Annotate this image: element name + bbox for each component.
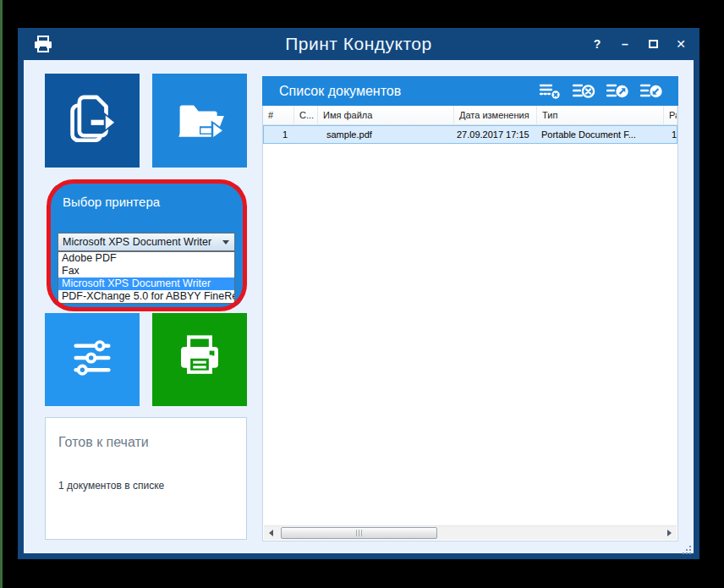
table-header-row: # С... Имя файла Дата изменения Тип Ра [263, 106, 677, 125]
clear-list-button[interactable] [573, 82, 595, 101]
maximize-icon [649, 40, 658, 48]
status-title: Готов к печати [58, 435, 149, 450]
arrow-left-icon [269, 530, 273, 536]
horizontal-scrollbar[interactable] [264, 525, 677, 540]
document-list-panel: Список документов [262, 76, 678, 541]
scroll-left-button[interactable] [264, 526, 278, 540]
settings-button[interactable] [45, 313, 140, 406]
column-header-modified[interactable]: Дата изменения [454, 106, 537, 124]
cell-filename: sample.pdf [319, 129, 455, 140]
minimize-button[interactable]: – [618, 28, 632, 60]
add-folder-icon [172, 91, 228, 151]
clear-finished-button[interactable] [539, 82, 562, 101]
document-list-toolbar [539, 82, 663, 101]
printer-select[interactable]: Microsoft XPS Document Writer [58, 233, 235, 251]
dropdown-option-pdf-xchange[interactable]: PDF-XChange 5.0 for ABBYY FineReade [58, 290, 234, 303]
app-window: Принт Кондуктор ? – ✕ [18, 28, 699, 559]
dropdown-option-adobe-pdf[interactable]: Adobe PDF [58, 252, 234, 265]
printer-select-value: Microsoft XPS Document Writer [58, 236, 222, 248]
print-button[interactable] [152, 313, 247, 406]
window-controls: ? – ✕ [590, 28, 688, 60]
close-button[interactable]: ✕ [674, 28, 688, 60]
print-icon [173, 332, 226, 387]
dropdown-option-xps-writer[interactable]: Microsoft XPS Document Writer [58, 278, 234, 290]
status-panel: Готов к печати 1 документов в списке [45, 417, 247, 540]
window-content: Выбор принтера Microsoft XPS Document Wr… [24, 60, 694, 553]
resize-grip[interactable] [683, 542, 691, 551]
printer-selection-label: Выбор принтера [63, 195, 160, 209]
table-row[interactable]: 1 sample.pdf 27.09.2017 17:15 Portable D… [263, 125, 677, 144]
add-files-button[interactable] [45, 74, 140, 168]
column-header-filename[interactable]: Имя файла [318, 106, 454, 124]
document-list-header: Список документов [262, 76, 678, 106]
desktop-background: Принт Кондуктор ? – ✕ [0, 0, 724, 588]
status-document-count: 1 документов в списке [58, 480, 164, 492]
cell-size: 1 [665, 129, 677, 140]
title-bar: Принт Кондуктор ? – ✕ [18, 28, 699, 60]
column-header-status[interactable]: С... [294, 106, 318, 124]
maximize-button[interactable] [646, 28, 660, 60]
document-list-title: Список документов [279, 84, 539, 99]
sliders-icon [66, 332, 118, 387]
import-list-button[interactable] [640, 82, 663, 101]
add-folder-button[interactable] [152, 74, 247, 168]
scroll-right-button[interactable] [662, 526, 677, 540]
cell-number: 1 [264, 129, 295, 140]
cell-type: Portable Document F... [538, 129, 665, 140]
cell-modified: 27.09.2017 17:15 [455, 129, 538, 140]
column-header-size[interactable]: Ра [664, 106, 677, 124]
desktop-edge-strip [0, 0, 3, 588]
document-table: # С... Имя файла Дата изменения Тип Ра 1… [262, 106, 678, 541]
column-header-number[interactable]: # [263, 106, 294, 124]
add-documents-icon [64, 91, 120, 151]
dropdown-option-fax[interactable]: Fax [58, 265, 234, 278]
help-button[interactable]: ? [590, 28, 604, 60]
export-list-button[interactable] [606, 82, 629, 101]
chevron-down-icon [222, 240, 229, 245]
printer-dropdown-list: Adobe PDF Fax Microsoft XPS Document Wri… [58, 251, 235, 304]
arrow-right-icon [667, 530, 672, 536]
column-header-type[interactable]: Тип [537, 106, 664, 124]
scrollbar-thumb[interactable] [281, 527, 437, 539]
